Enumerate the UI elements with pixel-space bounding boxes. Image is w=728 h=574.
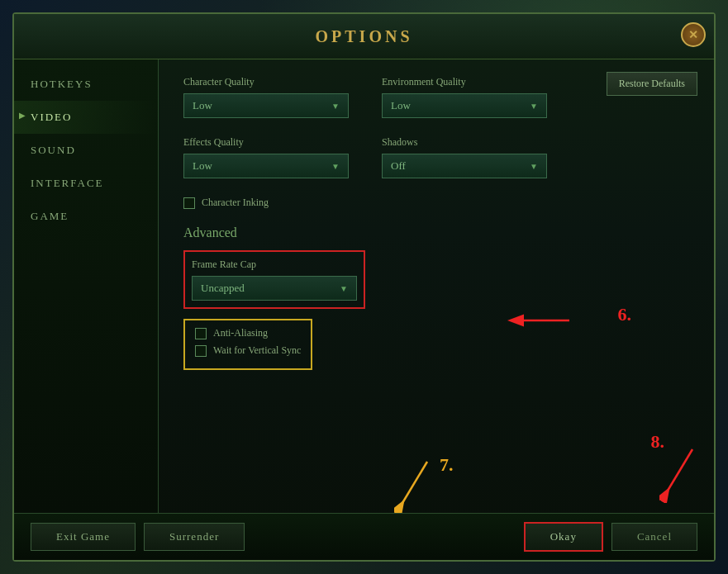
character-quality-label: Character Quality: [183, 76, 349, 88]
dialog-title: OPTIONS: [315, 27, 412, 46]
svg-line-2: [668, 449, 692, 491]
shadows-dropdown[interactable]: Off ▼: [382, 154, 547, 178]
sidebar-item-hotkeys[interactable]: HOTKEYS: [14, 68, 158, 101]
character-inking-label: Character Inking: [202, 197, 269, 209]
arrow-8-svg: [659, 445, 709, 503]
content-area: Restore Defaults Character Quality Low ▼…: [159, 59, 714, 513]
effects-quality-label: Effects Quality: [183, 136, 349, 149]
sidebar-item-game[interactable]: GAME: [14, 200, 158, 233]
character-quality-wrapper: Character Quality Low ▼: [183, 76, 349, 118]
environment-quality-dropdown[interactable]: Low ▼: [382, 93, 547, 118]
options-dialog: OPTIONS ✕ HOTKEYS VIDEO SOUND INTERFACE: [12, 12, 716, 562]
checkboxes-box: Anti-Aliasing Wait for Vertical Sync: [183, 319, 312, 370]
shadows-wrapper: Shadows Off ▼: [382, 136, 547, 178]
bottom-bar: Exit Game Surrender Okay Cancel: [14, 513, 714, 560]
surrender-button[interactable]: Surrender: [144, 523, 245, 551]
annotation-7: 7.: [440, 456, 454, 474]
arrow-6-svg: [503, 306, 578, 339]
frame-rate-cap-dropdown[interactable]: Uncapped ▼: [192, 276, 357, 301]
arrow-7-svg: [394, 458, 444, 513]
vsync-checkbox[interactable]: [195, 345, 207, 357]
sidebar-item-video[interactable]: VIDEO: [14, 101, 158, 134]
character-quality-dropdown[interactable]: Low ▼: [183, 93, 349, 118]
annotation-6: 6.: [618, 306, 632, 324]
sidebar-item-sound[interactable]: SOUND: [14, 134, 158, 167]
close-button[interactable]: ✕: [681, 22, 706, 47]
frame-rate-cap-wrapper: Frame Rate Cap Uncapped ▼: [192, 259, 357, 301]
frame-rate-cap-box: Frame Rate Cap Uncapped ▼: [183, 250, 365, 309]
frame-rate-cap-arrow-icon: ▼: [340, 284, 348, 293]
vsync-row: Wait for Vertical Sync: [195, 344, 301, 357]
cancel-button[interactable]: Cancel: [611, 523, 697, 551]
sidebar-item-interface[interactable]: INTERFACE: [14, 167, 158, 200]
anti-aliasing-checkbox[interactable]: [195, 328, 207, 339]
vsync-label: Wait for Vertical Sync: [213, 344, 301, 357]
environment-quality-arrow-icon: ▼: [530, 102, 538, 111]
shadows-label: Shadows: [382, 136, 547, 149]
anti-aliasing-label: Anti-Aliasing: [213, 327, 268, 339]
character-inking-row: Character Inking: [183, 197, 689, 209]
effects-quality-arrow-icon: ▼: [331, 162, 340, 171]
quality-row-2: Effects Quality Low ▼ Shadows Off ▼: [183, 136, 689, 190]
dialog-body: HOTKEYS VIDEO SOUND INTERFACE GAME Resto…: [14, 59, 714, 513]
restore-defaults-button[interactable]: Restore Defaults: [607, 72, 697, 96]
frame-rate-cap-label: Frame Rate Cap: [192, 259, 357, 271]
advanced-section-label: Advanced: [183, 225, 689, 240]
shadows-arrow-icon: ▼: [530, 162, 538, 171]
anti-aliasing-row: Anti-Aliasing: [195, 327, 301, 339]
overlay: OPTIONS ✕ HOTKEYS VIDEO SOUND INTERFACE: [0, 0, 728, 574]
character-quality-arrow-icon: ▼: [331, 102, 340, 111]
environment-quality-label: Environment Quality: [382, 76, 547, 88]
exit-game-button[interactable]: Exit Game: [31, 523, 136, 551]
okay-button[interactable]: Okay: [524, 522, 603, 552]
effects-quality-dropdown[interactable]: Low ▼: [183, 154, 349, 178]
environment-quality-wrapper: Environment Quality Low ▼: [382, 76, 547, 118]
svg-line-1: [402, 462, 427, 503]
effects-quality-wrapper: Effects Quality Low ▼: [183, 136, 349, 178]
character-inking-checkbox[interactable]: [183, 197, 195, 209]
title-bar: OPTIONS ✕: [14, 14, 714, 59]
sidebar: HOTKEYS VIDEO SOUND INTERFACE GAME: [14, 59, 159, 513]
annotation-8: 8.: [651, 433, 665, 451]
